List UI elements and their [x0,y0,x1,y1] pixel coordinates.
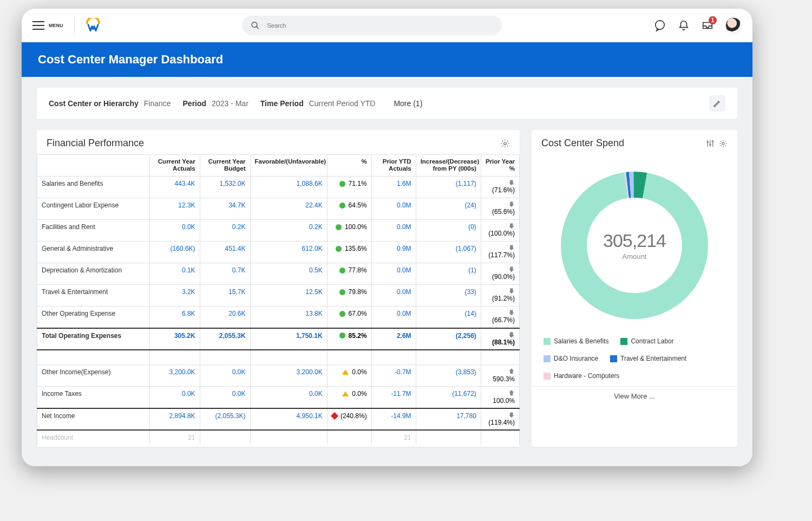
legend-item[interactable]: Contract Labor [620,337,673,345]
cell-cya[interactable]: (160.6K) [149,242,200,263]
cell-pya[interactable]: 0.9M [371,242,416,263]
cell-cyb[interactable]: 0.0K [200,387,250,408]
legend-item[interactable]: Salaries & Benefits [543,337,608,345]
cell-pya[interactable]: -14.9M [371,408,416,430]
cell-fav[interactable]: 612.0K [250,242,327,263]
cell-chg[interactable]: (0) [416,220,481,242]
inbox-button[interactable]: 1 [702,19,713,31]
cell-cyb[interactable]: 451.4K [200,242,250,263]
cell-pct: 85.2% [327,328,371,350]
cell-cya[interactable]: 443.4K [149,177,200,198]
bell-icon [678,19,690,31]
cell-fav[interactable]: 12.5K [250,285,327,307]
col-1[interactable]: Current Year Actuals [149,155,200,177]
col-6[interactable]: Increase/(Decrease) from PY (000s) [416,155,481,177]
legend-swatch-icon [543,355,551,362]
cell-chg[interactable]: (1,117) [416,177,481,198]
filter-value-period[interactable]: 2023 - Mar [212,99,248,108]
cell-fav[interactable]: 0.5K [250,263,327,285]
row-name: Depreciation & Amortization [37,263,150,285]
cell-chg[interactable]: (11,672) [416,387,481,408]
row-name: Travel & Entertainment [37,285,150,307]
cell-cya[interactable]: 2,894.8K [149,408,200,430]
gear-icon[interactable] [719,139,728,148]
legend-item[interactable]: D&O Insurance [543,355,598,362]
cell-cya[interactable]: 0.0K [149,220,200,242]
sliders-icon[interactable] [706,139,715,148]
chat-button[interactable] [654,19,666,31]
col-4[interactable]: % [327,155,371,177]
filter-value-cc[interactable]: Finance [144,99,171,108]
cell-chg[interactable]: (3,853) [416,365,481,387]
cell-pya[interactable]: 0.0M [371,285,416,307]
col-5[interactable]: Prior YTD Actuals [371,155,416,177]
arrow-up-icon: 🡅 [508,368,515,375]
cell-pya[interactable]: 1.6M [371,177,416,198]
col-3[interactable]: Favorable/(Unfavorable) [250,155,327,177]
search-input[interactable] [267,22,493,29]
cell-pya[interactable]: 0.0M [371,307,416,328]
cell-chg[interactable]: (33) [416,285,481,307]
workday-logo-icon[interactable] [86,18,101,33]
cell-chg[interactable]: (1) [416,263,481,285]
cell-cyb[interactable]: 2,055.3K [200,328,250,350]
menu-button[interactable]: MENU [32,21,63,30]
cell-cya[interactable]: 0.1K [149,263,200,285]
cell-fav[interactable]: 22.4K [250,198,327,220]
legend-label: Hardware - Computers [554,372,619,380]
legend-item[interactable]: Hardware - Computers [543,372,619,380]
cell-cya[interactable]: 3.2K [149,285,200,307]
edit-filters-button[interactable] [709,95,725,112]
cell-pypct: 🡇(71.6%) [481,177,519,198]
cell-cyb[interactable]: (2,055.3K) [200,408,250,430]
legend-item[interactable]: Travel & Entertainment [610,355,686,362]
col-2[interactable]: Current Year Budget [200,155,250,177]
cell-pya[interactable]: -11.7M [371,387,416,408]
arrow-up-icon: 🡅 [508,390,515,397]
cell-fav[interactable]: 3,200.0K [250,365,327,387]
table-row: Total Operating Expenses 305.2K 2,055.3K… [37,328,520,350]
cell-cya[interactable]: 6.8K [149,307,200,328]
cell-chg[interactable]: (1,067) [416,242,481,263]
cell-pct: 67.0% [327,307,371,328]
cell-fav[interactable]: 1,088.6K [250,177,327,198]
cell-fav[interactable]: 4,950.1K [250,408,327,430]
row-name: Total Operating Expenses [37,328,150,350]
gear-icon[interactable] [500,139,510,148]
cell-cyb[interactable]: 0.0K [200,365,250,387]
search-box[interactable] [242,16,502,35]
cell-chg[interactable]: 17,780 [416,408,481,430]
cell-cyb[interactable]: 0.7K [200,263,250,285]
cell-pya[interactable]: 2.6M [371,328,416,350]
cell-cyb[interactable]: 20.6K [200,307,250,328]
cell-fav[interactable]: 0.2K [250,220,327,242]
cell-chg[interactable]: (24) [416,198,481,220]
cell-cyb[interactable]: 0.2K [200,220,250,242]
cell-pct: 71.1% [327,177,371,198]
cell-cyb[interactable]: 15.7K [200,285,250,307]
cell-cya[interactable]: 3,200.0K [149,365,200,387]
cell-pya[interactable]: 0.0M [371,198,416,220]
cell-cya[interactable]: 305.2K [149,328,200,350]
filter-more[interactable]: More (1) [394,99,422,108]
cell-pya[interactable]: -0.7M [371,365,416,387]
cell-pct: 79.8% [327,285,371,307]
avatar[interactable] [725,17,742,34]
cell-fav[interactable]: 0.0K [250,387,327,408]
cell-pya[interactable]: 0.0M [371,263,416,285]
cell-pya[interactable]: 0.0M [371,220,416,242]
filter-value-time[interactable]: Current Period YTD [309,99,376,108]
cell-cyb[interactable]: 1,532.0K [200,177,250,198]
notifications-button[interactable] [678,19,690,31]
cell-fav[interactable]: 13.8K [250,307,327,328]
cell-cya[interactable]: 12.3K [149,198,200,220]
col-7[interactable]: Prior Year % [481,155,519,177]
divider [74,16,75,35]
view-more-link[interactable]: View More ... [532,386,737,400]
cell-cyb[interactable]: 34.7K [200,198,250,220]
cell-cya[interactable]: 0.0K [149,387,200,408]
cell-chg[interactable]: (14) [416,307,481,328]
spend-title: Cost Center Spend [541,138,624,149]
cell-fav[interactable]: 1,750.1K [250,328,327,350]
cell-chg[interactable]: (2,256) [416,328,481,350]
